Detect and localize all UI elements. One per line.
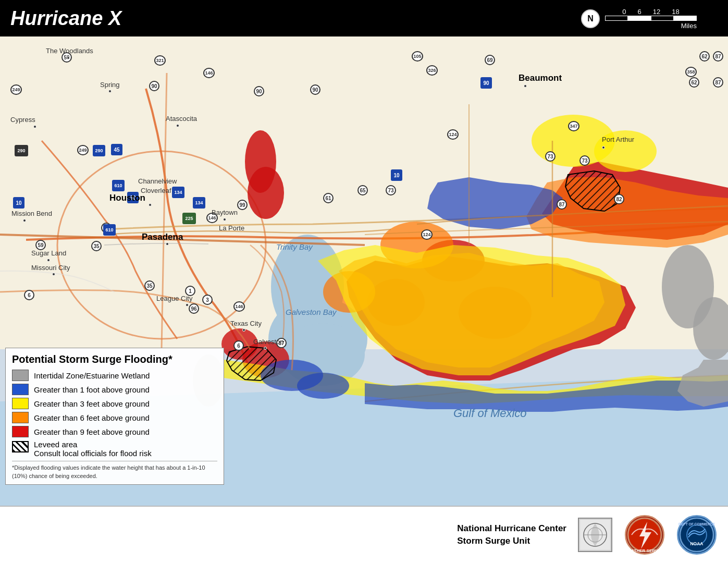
legend-swatch-intertidal bbox=[12, 370, 29, 381]
shield-124-n: 124 bbox=[447, 129, 459, 140]
shield-45: 45 bbox=[111, 144, 122, 155]
agency-line1: National Hurricane Center bbox=[457, 522, 566, 535]
shield-290-mid: 290 bbox=[93, 145, 105, 156]
shield-10-e: 10 bbox=[391, 169, 402, 181]
dot-beaumont bbox=[524, 84, 527, 88]
shield-105: 105 bbox=[412, 51, 423, 62]
legend-item-6ft: Greater than 6 feet above ground bbox=[12, 412, 217, 423]
dot-spring bbox=[108, 90, 112, 93]
bottom-bar: National Hurricane Center Storm Surge Un… bbox=[0, 506, 728, 563]
legend-title: Potential Storm Surge Flooding* bbox=[12, 353, 217, 365]
shield-10-w: 10 bbox=[13, 197, 24, 209]
shield-90-east: 90 bbox=[480, 77, 492, 89]
shield-87-e: 87 bbox=[557, 199, 567, 210]
legend-item-1ft: Greater than 1 foot above ground bbox=[12, 384, 217, 395]
dot-cypress bbox=[33, 125, 36, 128]
shield-87-ne: 87 bbox=[713, 51, 723, 62]
svg-text:DEPT OF COMMERCE: DEPT OF COMMERCE bbox=[678, 522, 715, 526]
scale-segment-3 bbox=[651, 16, 674, 21]
agency-line2: Storm Surge Unit bbox=[457, 535, 566, 547]
shield-146-n: 146 bbox=[203, 68, 215, 78]
legend-item-levee: Leveed area Consult local officials for … bbox=[12, 440, 217, 458]
agency-name: National Hurricane Center Storm Surge Un… bbox=[457, 522, 566, 547]
shield-358: 358 bbox=[685, 67, 697, 77]
shield-73-se: 73 bbox=[579, 155, 590, 166]
legend-swatch-3ft bbox=[12, 398, 29, 409]
dot-league-city bbox=[186, 303, 189, 307]
shield-124-s: 124 bbox=[421, 229, 433, 240]
legend-footnote: *Displayed flooding values indicate the … bbox=[12, 461, 217, 480]
shield-65: 65 bbox=[357, 185, 368, 195]
shield-82: 82 bbox=[614, 194, 624, 204]
dot-texas-city bbox=[242, 328, 245, 332]
scale-segment-2 bbox=[628, 16, 651, 21]
legend-label-9ft: Greater than 9 feet above ground bbox=[34, 427, 150, 436]
shield-87-s: 87 bbox=[713, 77, 723, 88]
shield-73: 73 bbox=[386, 185, 396, 195]
svg-point-24 bbox=[594, 130, 657, 172]
shield-73-e: 73 bbox=[545, 151, 556, 162]
shield-96: 96 bbox=[189, 303, 199, 314]
shield-3: 3 bbox=[202, 295, 213, 305]
dot-the-woodlands bbox=[67, 56, 70, 59]
scale-numbers: 0 6 12 18 bbox=[622, 8, 679, 16]
legend-swatch-levee bbox=[12, 441, 29, 452]
shield-610: 610 bbox=[112, 180, 125, 191]
svg-point-16 bbox=[248, 167, 284, 219]
dot-atascocita bbox=[176, 124, 179, 127]
legend-item-intertidal: Intertidal Zone/Estuarine Wetland bbox=[12, 370, 217, 381]
shield-321: 321 bbox=[154, 55, 166, 66]
shield-90-mid: 90 bbox=[254, 86, 264, 96]
shield-249-s: 249 bbox=[77, 145, 89, 155]
legend-label-3ft: Greater than 3 feet above ground bbox=[34, 399, 150, 408]
shield-146: 146 bbox=[206, 213, 218, 223]
shield-87: 87 bbox=[276, 338, 287, 348]
legend-label-1ft: Greater than 1 foot above ground bbox=[34, 385, 150, 394]
nws-logo: WEATHER SERVICE bbox=[624, 514, 665, 556]
legend-label-6ft: Greater than 6 feet above ground bbox=[34, 413, 150, 422]
legend-label-levee: Leveed area Consult local officials for … bbox=[34, 440, 152, 458]
shield-6-s: 6 bbox=[233, 340, 244, 351]
legend-swatch-6ft bbox=[12, 412, 29, 423]
legend-item-3ft: Greater than 3 feet above ground bbox=[12, 398, 217, 409]
header-bar: Hurricane X N 0 6 12 18 Miles bbox=[0, 0, 728, 36]
svg-text:WEATHER SERVICE: WEATHER SERVICE bbox=[626, 548, 663, 553]
legend: Potential Storm Surge Flooding* Intertid… bbox=[5, 348, 224, 485]
shield-134-s: 134 bbox=[193, 197, 205, 209]
shield-62-s: 62 bbox=[689, 77, 699, 88]
scale-segment-4 bbox=[674, 16, 697, 21]
svg-text:NOAA: NOAA bbox=[690, 541, 703, 546]
shield-90-n: 90 bbox=[149, 81, 159, 91]
nhc-logo bbox=[577, 517, 613, 553]
scale-line bbox=[605, 16, 697, 22]
dot-mission-bend bbox=[23, 219, 26, 222]
nhc-icon bbox=[578, 518, 612, 552]
dot-houston bbox=[149, 203, 152, 206]
shield-35-s: 35 bbox=[144, 280, 155, 291]
legend-item-9ft: Greater than 9 feet above ground bbox=[12, 426, 217, 437]
noaa-logo: NOAA DEPT OF COMMERCE bbox=[676, 514, 718, 556]
shield-61: 61 bbox=[323, 193, 334, 203]
shield-69: 69 bbox=[485, 55, 495, 65]
nws-icon: WEATHER SERVICE bbox=[625, 515, 664, 555]
svg-point-28 bbox=[297, 373, 349, 399]
dot-sugar-land bbox=[47, 259, 50, 262]
shield-134: 134 bbox=[172, 187, 184, 198]
noaa-icon: NOAA DEPT OF COMMERCE bbox=[677, 515, 717, 555]
dot-baytown bbox=[223, 218, 226, 221]
shield-90-pasadena: 90 bbox=[127, 192, 139, 203]
shield-6: 6 bbox=[24, 290, 34, 300]
shield-90-e: 90 bbox=[310, 84, 320, 95]
shield-249: 249 bbox=[10, 84, 22, 95]
shield-326: 326 bbox=[426, 65, 438, 76]
shield-35-n: 35 bbox=[91, 241, 102, 251]
scale-bar: 0 6 12 18 Miles bbox=[605, 8, 697, 30]
legend-swatch-9ft bbox=[12, 426, 29, 437]
legend-swatch-1ft bbox=[12, 384, 29, 395]
scale-segment-1 bbox=[605, 16, 628, 21]
shield-146-s: 146 bbox=[233, 301, 245, 312]
dot-missouri-city bbox=[52, 273, 55, 276]
shield-290-w: 290 bbox=[15, 145, 28, 156]
shield-347: 347 bbox=[568, 121, 579, 131]
shield-1: 1 bbox=[185, 286, 195, 296]
